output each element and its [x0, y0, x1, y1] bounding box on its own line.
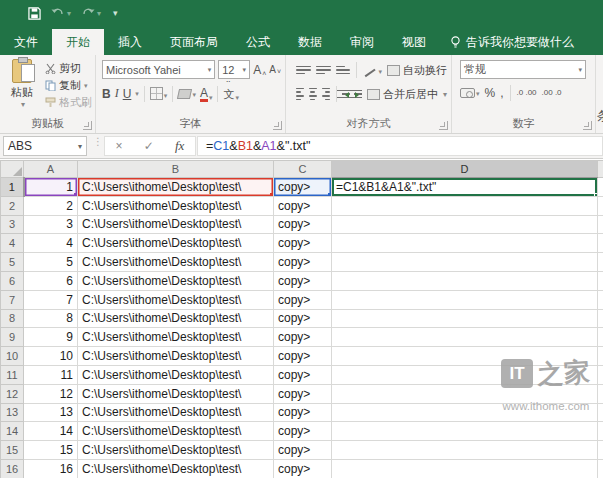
- select-all-button[interactable]: [1, 161, 24, 178]
- column-header-c[interactable]: C: [274, 161, 332, 178]
- cell-e[interactable]: [598, 271, 603, 290]
- fill-color-button[interactable]: ▾: [178, 89, 196, 99]
- cell-d[interactable]: [332, 309, 598, 328]
- cell-b[interactable]: C:\Users\ithome\Desktop\test\: [78, 459, 274, 478]
- number-dialog-launcher[interactable]: [583, 121, 592, 130]
- cell-b[interactable]: C:\Users\ithome\Desktop\test\: [78, 365, 274, 384]
- tab-file[interactable]: 文件: [0, 29, 52, 55]
- column-header-e-sliver[interactable]: [598, 161, 603, 178]
- cell-a[interactable]: 11: [24, 365, 78, 384]
- cell-e[interactable]: [598, 178, 603, 197]
- column-header-b[interactable]: B: [78, 161, 274, 178]
- cell-d[interactable]: [332, 271, 598, 290]
- formula-bar-grip[interactable]: ⋮: [93, 140, 103, 144]
- increase-indent-icon[interactable]: [355, 89, 362, 100]
- number-format-combo[interactable]: 常规 ▾: [460, 60, 586, 79]
- cell-b[interactable]: C:\Users\ithome\Desktop\test\: [78, 196, 274, 215]
- font-color-button[interactable]: A▾: [200, 86, 213, 102]
- cell-e[interactable]: [598, 196, 603, 215]
- italic-button[interactable]: I: [115, 86, 119, 101]
- font-size-combo[interactable]: 12 ▾: [218, 60, 250, 79]
- tab-formulas[interactable]: 公式: [232, 29, 284, 55]
- row-header[interactable]: 13: [1, 403, 24, 422]
- tab-home[interactable]: 开始: [52, 29, 104, 55]
- alignment-dialog-launcher[interactable]: [439, 121, 448, 130]
- cell-b[interactable]: C:\Users\ithome\Desktop\test\: [78, 422, 274, 441]
- cell-c[interactable]: copy>: [274, 290, 332, 309]
- wrap-text-button[interactable]: 自动换行: [387, 63, 447, 78]
- cell-a[interactable]: 6: [24, 271, 78, 290]
- tab-review[interactable]: 审阅: [336, 29, 388, 55]
- cell-c[interactable]: copy>: [274, 196, 332, 215]
- insert-function-button[interactable]: fx: [175, 138, 184, 154]
- cell-b[interactable]: C:\Users\ithome\Desktop\test\: [78, 215, 274, 234]
- tab-view[interactable]: 视图: [388, 29, 440, 55]
- tab-data[interactable]: 数据: [284, 29, 336, 55]
- font-name-combo[interactable]: Microsoft Yahei ▾: [102, 60, 215, 79]
- shrink-font-button[interactable]: A˅: [269, 64, 281, 75]
- cell-c[interactable]: copy>: [274, 328, 332, 347]
- cell-c[interactable]: copy>: [274, 178, 332, 197]
- row-header[interactable]: 4: [1, 234, 24, 253]
- cell-a[interactable]: 9: [24, 328, 78, 347]
- cell-c[interactable]: copy>: [274, 234, 332, 253]
- row-header[interactable]: 3: [1, 215, 24, 234]
- row-header[interactable]: 16: [1, 459, 24, 478]
- name-box[interactable]: ABS ▾: [3, 136, 87, 156]
- row-header[interactable]: 7: [1, 290, 24, 309]
- comma-style-button[interactable]: ,: [500, 86, 503, 100]
- row-header[interactable]: 14: [1, 422, 24, 441]
- borders-button[interactable]: ▾: [150, 87, 168, 100]
- cell-a[interactable]: 5: [24, 253, 78, 272]
- cell-c[interactable]: copy>: [274, 215, 332, 234]
- cell-c[interactable]: copy>: [274, 271, 332, 290]
- cell-d[interactable]: [332, 234, 598, 253]
- cell-c[interactable]: copy>: [274, 459, 332, 478]
- cell-c[interactable]: copy>: [274, 347, 332, 366]
- column-header-d[interactable]: D: [332, 161, 598, 178]
- cell-b[interactable]: C:\Users\ithome\Desktop\test\: [78, 290, 274, 309]
- format-painter-button[interactable]: 格式刷: [45, 95, 92, 110]
- cell-a[interactable]: 3: [24, 215, 78, 234]
- cell-b[interactable]: C:\Users\ithome\Desktop\test\: [78, 328, 274, 347]
- cell-e[interactable]: [598, 328, 603, 347]
- cell-c[interactable]: copy>: [274, 441, 332, 460]
- align-center-icon[interactable]: [309, 88, 317, 100]
- cell-e[interactable]: [598, 215, 603, 234]
- customize-quick-access-button[interactable]: ▾: [111, 8, 118, 18]
- cut-button[interactable]: 剪切: [45, 61, 92, 76]
- clipboard-dialog-launcher[interactable]: [83, 121, 92, 130]
- cell-c[interactable]: copy>: [274, 365, 332, 384]
- tab-insert[interactable]: 插入: [104, 29, 156, 55]
- cell-a[interactable]: 8: [24, 309, 78, 328]
- cell-a[interactable]: 2: [24, 196, 78, 215]
- column-header-a[interactable]: A: [24, 161, 78, 178]
- cell-e[interactable]: [598, 441, 603, 460]
- cell-d[interactable]: [332, 422, 598, 441]
- undo-button[interactable]: ▾: [51, 8, 71, 19]
- cell-e[interactable]: [598, 309, 603, 328]
- cell-e[interactable]: [598, 422, 603, 441]
- row-header[interactable]: 9: [1, 328, 24, 347]
- row-header[interactable]: 8: [1, 309, 24, 328]
- cell-d[interactable]: [332, 328, 598, 347]
- cell-a[interactable]: 13: [24, 403, 78, 422]
- row-header[interactable]: 11: [1, 365, 24, 384]
- cell-c[interactable]: copy>: [274, 422, 332, 441]
- underline-caret[interactable]: ▾: [135, 90, 139, 98]
- underline-button[interactable]: U: [123, 87, 132, 101]
- phonetic-guide-button[interactable]: 文▾: [223, 85, 239, 102]
- cell-a[interactable]: 1: [24, 178, 78, 197]
- redo-button[interactable]: ▾: [81, 8, 101, 19]
- increase-decimal-button[interactable]: .0 .00: [517, 89, 537, 97]
- cell-e[interactable]: [598, 253, 603, 272]
- enter-button[interactable]: ✓: [144, 139, 154, 153]
- row-header[interactable]: 6: [1, 271, 24, 290]
- tell-me-box[interactable]: 告诉我你想要做什么: [440, 29, 584, 55]
- cell-b[interactable]: C:\Users\ithome\Desktop\test\: [78, 271, 274, 290]
- align-right-icon[interactable]: [322, 88, 330, 100]
- cell-e[interactable]: [598, 290, 603, 309]
- row-header[interactable]: 10: [1, 347, 24, 366]
- cell-a[interactable]: 15: [24, 441, 78, 460]
- copy-button[interactable]: 复制 ▾: [45, 78, 92, 93]
